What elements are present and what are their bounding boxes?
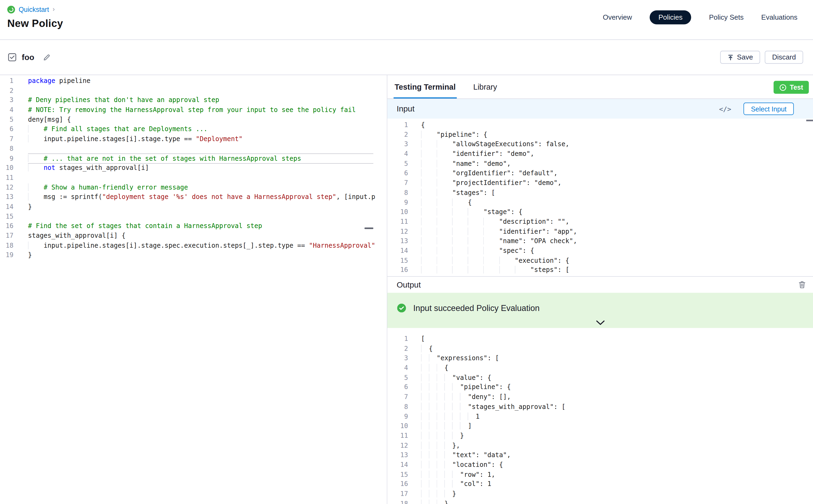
success-check-icon <box>397 304 406 314</box>
code-line: 4# NOTE: Try removing the HarnessApprova… <box>0 105 387 115</box>
code-line: 16 "col": 1 <box>387 479 813 489</box>
scrollbar-thumb[interactable] <box>806 120 813 121</box>
policy-check-icon <box>8 53 17 62</box>
policy-code-editor[interactable]: 1package pipeline23# Deny pipelines that… <box>0 75 387 504</box>
output-code-editor[interactable]: 1[2 {3 "expressions": [4 {5 "value": {6 … <box>387 328 813 504</box>
code-line: 10 ] <box>387 421 813 431</box>
code-line: 3 "allowStageExecutions": false, <box>387 139 813 149</box>
code-line: 14 "spec": { <box>387 246 813 256</box>
terminal-tab-bar: Testing Terminal Library Test <box>387 75 813 99</box>
input-title: Input <box>396 104 719 114</box>
code-line: 13 "text": "data", <box>387 450 813 460</box>
code-line: 13 msg := sprintf("deployment stage '%s'… <box>0 193 387 202</box>
code-view-icon[interactable]: </> <box>719 105 731 113</box>
code-line: 8 "stages": [ <box>387 188 813 198</box>
code-line: 18 } <box>387 499 813 504</box>
code-line: 1{ <box>387 120 813 130</box>
code-line: 2 "pipeline": { <box>387 130 813 139</box>
code-line: 17 } <box>387 489 813 499</box>
code-line: 3# Deny pipelines that don't have an app… <box>0 96 387 105</box>
code-line: 3 "expressions": [ <box>387 353 813 363</box>
code-line: 6 # Find all stages that are Deployments… <box>0 125 387 134</box>
tab-testing-terminal[interactable]: Testing Terminal <box>393 75 457 99</box>
nav-tab-policy-sets[interactable]: Policy Sets <box>709 13 744 21</box>
nav-tab-policies[interactable]: Policies <box>650 10 691 24</box>
code-line: 11 "description": "", <box>387 217 813 227</box>
success-message: Input succeeded Policy Evaluation <box>413 304 540 313</box>
nav-tab-overview[interactable]: Overview <box>603 13 632 21</box>
code-line: 7 input.pipeline.stages[i].stage.type ==… <box>0 134 387 144</box>
clear-output-trash-icon[interactable] <box>798 281 806 289</box>
app-window: Quickstart › New Policy Overview Policie… <box>0 0 813 504</box>
code-line: 10 not stages_with_approval[i] <box>0 163 387 173</box>
discard-button[interactable]: Discard <box>765 51 803 64</box>
code-line: 9 { <box>387 198 813 207</box>
play-icon <box>779 84 787 91</box>
code-line: 14 "location": { <box>387 460 813 470</box>
code-line: 8 <box>0 144 387 154</box>
evaluation-success-banner: Input succeeded Policy Evaluation <box>387 293 813 328</box>
breadcrumb-project-link[interactable]: Quickstart <box>19 5 49 13</box>
code-line: 9 # ... that are not in the set of stage… <box>0 154 387 163</box>
tab-library[interactable]: Library <box>472 75 498 99</box>
code-line: 1[ <box>387 334 813 344</box>
code-line: 14} <box>0 202 387 212</box>
code-line: 16# Find the set of stages that contain … <box>0 221 387 231</box>
code-line: 6 "orgIdentifier": "default", <box>387 169 813 178</box>
input-section-header: Input </> Select Input <box>387 99 813 119</box>
main-content: 1package pipeline23# Deny pipelines that… <box>0 75 813 504</box>
policy-toolbar: foo Save Discard <box>0 40 813 75</box>
code-line: 13 "name": "OPA check", <box>387 236 813 246</box>
code-line: 5 "name": "demo", <box>387 159 813 169</box>
test-button[interactable]: Test <box>774 81 809 94</box>
code-line: 1package pipeline <box>0 76 387 86</box>
code-line: 4 { <box>387 363 813 373</box>
project-logo-icon <box>7 5 15 13</box>
chevron-down-icon[interactable] <box>596 320 605 325</box>
input-code-editor[interactable]: 1{2 "pipeline": {3 "allowStageExecutions… <box>387 119 813 276</box>
code-line: 12 "identifier": "app", <box>387 227 813 236</box>
upload-arrow-icon <box>728 54 734 60</box>
code-line: 7 "projectIdentifier": "demo", <box>387 178 813 188</box>
code-line: 18 input.pipeline.stages[i].stage.spec.e… <box>0 241 387 250</box>
nav-tab-evaluations[interactable]: Evaluations <box>761 13 797 21</box>
code-line: 15 "execution": { <box>387 256 813 265</box>
code-line: 5deny[msg] { <box>0 115 387 125</box>
output-section-header: Output <box>387 276 813 293</box>
code-line: 2 { <box>387 344 813 353</box>
code-line: 8 "stages_with_approval": [ <box>387 402 813 412</box>
code-line: 17stages_with_approval[i] { <box>0 231 387 241</box>
discard-button-label: Discard <box>772 53 796 61</box>
code-line: 12 }, <box>387 441 813 450</box>
code-line: 15 "row": 1, <box>387 470 813 479</box>
output-title: Output <box>396 280 798 289</box>
policy-name: foo <box>22 53 34 62</box>
code-line: 5 "value": { <box>387 373 813 383</box>
select-input-button[interactable]: Select Input <box>744 103 794 115</box>
page-header: Quickstart › New Policy Overview Policie… <box>0 0 813 40</box>
save-button[interactable]: Save <box>720 51 760 64</box>
code-line: 15 <box>0 212 387 221</box>
testing-terminal-panel: Testing Terminal Library Test Input </> … <box>387 75 813 504</box>
fold-marker <box>364 227 373 229</box>
save-button-label: Save <box>737 53 753 61</box>
code-line: 4 "identifier": "demo", <box>387 149 813 159</box>
code-line: 2 <box>0 86 387 96</box>
code-line: 9 1 <box>387 412 813 421</box>
code-line: 19} <box>0 250 387 260</box>
code-line: 11 <box>0 173 387 183</box>
code-line: 10 "stage": { <box>387 207 813 217</box>
code-line: 12 # Show a human-friendly error message <box>0 183 387 193</box>
code-line: 7 "deny": [], <box>387 392 813 402</box>
code-line: 6 "pipeline": { <box>387 383 813 392</box>
chevron-right-icon: › <box>53 6 55 12</box>
test-button-label: Test <box>790 83 803 91</box>
code-line: 11 } <box>387 431 813 441</box>
code-line: 16 "steps": [ <box>387 265 813 275</box>
edit-name-icon[interactable] <box>43 54 50 61</box>
top-navigation: Overview Policies Policy Sets Evaluation… <box>603 10 797 24</box>
